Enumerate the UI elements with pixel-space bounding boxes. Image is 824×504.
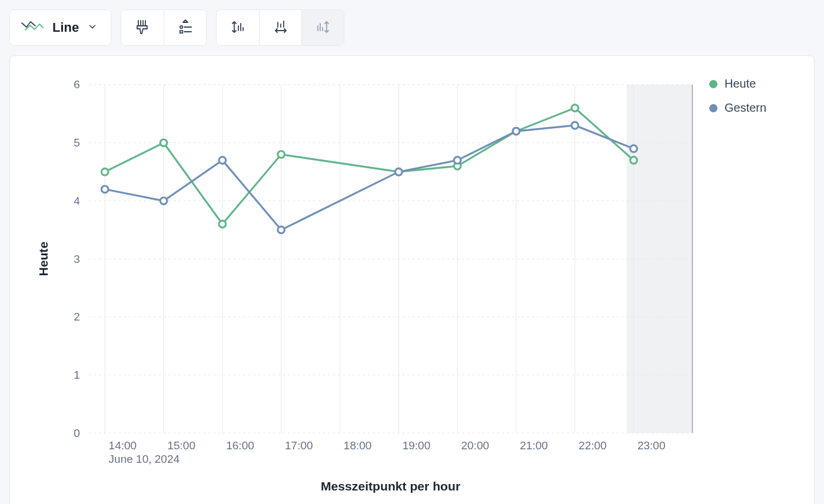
- svg-text:23:00: 23:00: [637, 439, 666, 452]
- legend-dot-gestern: [709, 104, 717, 112]
- svg-rect-1: [180, 30, 182, 32]
- bottom-axis-button[interactable]: [259, 10, 301, 45]
- legend-item-heute[interactable]: Heute: [709, 77, 798, 91]
- svg-text:3: 3: [74, 253, 80, 265]
- left-axis-button[interactable]: [217, 10, 259, 45]
- legend-item-gestern[interactable]: Gestern: [709, 101, 798, 115]
- axis-controls: [216, 9, 344, 46]
- toolbar: Line: [9, 9, 815, 46]
- legend: Heute Gestern: [709, 72, 798, 504]
- chart-type-button[interactable]: Line: [10, 10, 111, 45]
- vertical-axis-right-icon: [315, 19, 331, 37]
- svg-point-48: [101, 186, 108, 193]
- svg-text:14:00: 14:00: [109, 439, 137, 452]
- style-controls: [121, 9, 207, 46]
- chart-type-label: Line: [52, 20, 79, 35]
- svg-text:0: 0: [74, 427, 80, 439]
- svg-point-46: [572, 105, 579, 112]
- style-brush-button[interactable]: [121, 10, 164, 45]
- svg-point-53: [454, 157, 461, 164]
- vertical-axis-left-icon: [230, 19, 246, 37]
- svg-point-47: [630, 157, 637, 164]
- line-chart-icon: [21, 18, 44, 37]
- svg-point-51: [278, 226, 285, 233]
- chart-card: 012345614:0015:0016:0017:0018:0019:0020:…: [9, 55, 815, 504]
- svg-text:2: 2: [74, 311, 80, 323]
- svg-text:19:00: 19:00: [403, 439, 431, 452]
- legend-label-gestern: Gestern: [725, 101, 766, 115]
- svg-text:20:00: 20:00: [461, 439, 489, 452]
- svg-point-54: [513, 128, 520, 135]
- svg-text:Heute: Heute: [36, 242, 50, 276]
- svg-text:21:00: 21:00: [520, 439, 548, 452]
- svg-text:4: 4: [74, 195, 80, 207]
- svg-text:18:00: 18:00: [344, 439, 372, 452]
- svg-point-42: [278, 151, 285, 158]
- svg-text:5: 5: [74, 136, 80, 149]
- chart-type-picker: Line: [9, 9, 111, 46]
- svg-text:June 10, 2024: June 10, 2024: [109, 453, 180, 465]
- legend-options-button[interactable]: [164, 10, 206, 45]
- svg-text:16:00: 16:00: [226, 439, 254, 452]
- svg-point-52: [396, 168, 403, 175]
- svg-point-39: [101, 168, 108, 175]
- svg-text:6: 6: [74, 78, 80, 91]
- svg-text:Messzeitpunkt per hour: Messzeitpunkt per hour: [321, 479, 460, 493]
- svg-point-40: [160, 139, 167, 146]
- svg-text:22:00: 22:00: [579, 439, 607, 452]
- right-axis-button: [301, 10, 344, 45]
- svg-text:15:00: 15:00: [167, 439, 195, 452]
- legend-label-heute: Heute: [725, 77, 756, 91]
- horizontal-axis-icon: [273, 19, 289, 37]
- svg-text:1: 1: [74, 369, 80, 381]
- legend-dot-heute: [709, 80, 717, 88]
- svg-point-41: [219, 221, 226, 228]
- legend-list-icon: [177, 19, 194, 37]
- svg-text:17:00: 17:00: [285, 439, 313, 452]
- svg-point-55: [572, 122, 579, 129]
- svg-point-49: [160, 198, 167, 205]
- svg-point-0: [180, 25, 182, 28]
- brush-icon: [134, 19, 151, 37]
- svg-point-50: [219, 157, 226, 164]
- chart-plot-area[interactable]: 012345614:0015:0016:0017:0018:0019:0020:…: [26, 72, 699, 504]
- chevron-down-icon: [87, 20, 98, 35]
- svg-point-56: [630, 145, 637, 152]
